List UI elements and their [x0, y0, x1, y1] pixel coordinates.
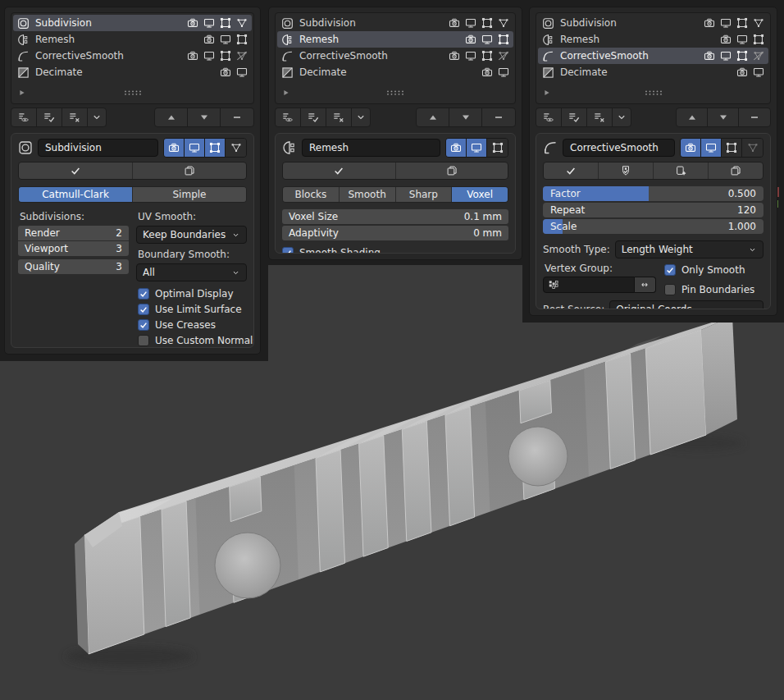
toggle-visibility-button[interactable] — [276, 108, 301, 126]
modifier-name-input[interactable] — [302, 139, 440, 157]
repeat-slider[interactable]: Repeat 120 — [543, 203, 763, 217]
disclosure-arrow-icon[interactable] — [16, 87, 28, 98]
optimal-display-checkbox[interactable] — [138, 288, 149, 300]
more-menu-button[interactable] — [88, 108, 106, 126]
uv-smooth-dropdown[interactable]: Keep Boundaries — [136, 226, 247, 244]
apply-button[interactable] — [283, 162, 396, 179]
monitor-icon[interactable] — [736, 34, 748, 45]
tab-smooth[interactable]: Smooth — [340, 187, 396, 202]
remove-modifier-button[interactable] — [482, 108, 515, 126]
remove-modifier-button[interactable] — [739, 108, 770, 126]
use-creases-checkbox[interactable] — [138, 319, 149, 331]
rest-source-dropdown[interactable]: Original Coords — [609, 300, 763, 309]
camera-icon[interactable] — [187, 17, 198, 29]
monitor-icon[interactable] — [236, 66, 248, 78]
disclosure-arrow-icon[interactable] — [280, 87, 292, 98]
monitor-icon[interactable] — [481, 34, 493, 45]
smooth-type-dropdown[interactable]: Length Weight — [615, 240, 763, 258]
enable-all-button[interactable] — [562, 108, 587, 126]
modifier-name-input[interactable] — [563, 139, 675, 157]
monitor-icon[interactable] — [720, 50, 732, 62]
factor-slider[interactable]: Factor 0.500 — [543, 186, 763, 201]
editmode-icon[interactable] — [736, 17, 748, 29]
move-up-button[interactable] — [677, 108, 708, 126]
camera-icon[interactable] — [481, 66, 493, 78]
toggle-visibility-button[interactable] — [11, 108, 37, 126]
modifier-row-subdivision[interactable]: Subdivision — [277, 15, 513, 31]
modifier-row-decimate[interactable]: Decimate — [277, 64, 513, 80]
oncage-off-icon[interactable] — [498, 50, 509, 62]
render-levels-field[interactable]: Render 2 — [18, 226, 129, 240]
scale-slider[interactable]: Scale 1.000 — [543, 219, 763, 234]
camera-icon[interactable] — [220, 66, 231, 78]
camera-icon[interactable] — [449, 17, 460, 29]
save-as-shapekey-button[interactable] — [654, 162, 709, 179]
move-up-button[interactable] — [155, 108, 188, 126]
oncage-icon[interactable] — [498, 17, 509, 29]
apply-button[interactable] — [19, 162, 133, 179]
monitor-icon[interactable] — [498, 66, 509, 78]
monitor-icon[interactable] — [465, 50, 476, 62]
editmode-icon[interactable] — [236, 34, 248, 45]
modifier-row-decimate[interactable]: Decimate — [538, 64, 768, 80]
camera-icon[interactable] — [203, 34, 215, 45]
use-limit-surface-checkbox[interactable] — [138, 304, 149, 315]
editmode-icon[interactable] — [220, 50, 231, 62]
monitor-icon[interactable] — [220, 34, 231, 45]
camera-icon[interactable] — [449, 50, 460, 62]
move-down-button[interactable] — [449, 108, 482, 126]
modifier-row-correctivesmooth[interactable]: CorrectiveSmooth — [538, 48, 768, 64]
modifier-name-input[interactable] — [38, 139, 158, 157]
oncage-toggle[interactable] — [226, 139, 246, 157]
camera-icon[interactable] — [736, 66, 748, 78]
camera-icon[interactable] — [465, 34, 476, 45]
enable-all-button[interactable] — [301, 108, 326, 126]
oncage-icon[interactable] — [236, 17, 248, 29]
editmode-icon[interactable] — [481, 17, 493, 29]
monitor-icon[interactable] — [753, 66, 764, 78]
camera-icon[interactable] — [704, 50, 715, 62]
render-toggle[interactable] — [164, 139, 185, 157]
apply-button[interactable] — [544, 162, 599, 179]
voxel-size-field[interactable]: Voxel Size 0.1 mm — [282, 209, 508, 224]
editmode-icon[interactable] — [736, 50, 748, 62]
only-smooth-checkbox[interactable] — [664, 264, 676, 276]
disclosure-arrow-icon[interactable] — [541, 87, 553, 98]
monitor-icon[interactable] — [203, 50, 215, 62]
camera-icon[interactable] — [187, 50, 198, 62]
viewport-levels-field[interactable]: Viewport 3 — [18, 241, 129, 256]
more-menu-button[interactable] — [613, 108, 631, 126]
modifier-row-subdivision[interactable]: Subdivision — [538, 15, 768, 31]
render-toggle[interactable] — [446, 139, 467, 157]
more-menu-button[interactable] — [352, 108, 370, 126]
tab-blocks[interactable]: Blocks — [283, 187, 340, 202]
editmode-toggle[interactable] — [487, 139, 508, 157]
disable-all-button[interactable] — [62, 108, 88, 126]
duplicate-button[interactable] — [709, 162, 763, 179]
enable-all-button[interactable] — [37, 108, 62, 126]
oncage-off-icon[interactable] — [236, 50, 248, 62]
toggle-visibility-button[interactable] — [536, 108, 562, 126]
quality-field[interactable]: Quality 3 — [18, 259, 129, 274]
tab-voxel[interactable]: Voxel — [452, 187, 508, 202]
boundary-smooth-dropdown[interactable]: All — [136, 263, 247, 281]
oncage-toggle[interactable] — [742, 139, 763, 157]
editmode-icon[interactable] — [753, 34, 764, 45]
oncage-off-icon[interactable] — [753, 50, 764, 62]
disable-all-button[interactable] — [587, 108, 613, 126]
duplicate-button[interactable] — [133, 162, 246, 179]
modifier-row-remesh[interactable]: Remesh — [13, 31, 252, 48]
remove-modifier-button[interactable] — [221, 108, 253, 126]
realtime-toggle[interactable] — [185, 139, 205, 157]
realtime-toggle[interactable] — [701, 139, 722, 157]
adaptivity-field[interactable]: Adaptivity 0 mm — [282, 226, 508, 240]
camera-icon[interactable] — [704, 17, 715, 29]
duplicate-button[interactable] — [396, 162, 508, 179]
monitor-icon[interactable] — [465, 17, 476, 29]
editmode-icon[interactable] — [220, 17, 231, 29]
modifier-row-decimate[interactable]: Decimate — [13, 64, 252, 80]
render-toggle[interactable] — [681, 139, 701, 157]
modifier-row-subdivision[interactable]: Subdivision — [13, 15, 252, 31]
oncage-icon[interactable] — [753, 17, 764, 29]
realtime-toggle[interactable] — [467, 139, 487, 157]
